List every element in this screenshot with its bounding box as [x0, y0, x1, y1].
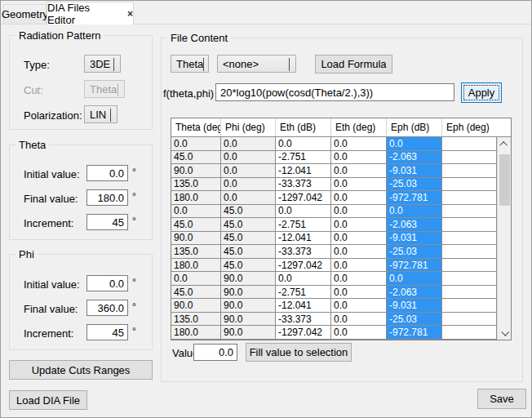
table-cell[interactable]: 0.0: [331, 232, 387, 246]
table-cell[interactable]: [442, 178, 497, 192]
table-cell[interactable]: 0.0: [331, 178, 387, 192]
table-cell[interactable]: 45.0: [171, 218, 221, 232]
table-cell[interactable]: [442, 205, 497, 219]
table-cell[interactable]: 45.0: [221, 218, 276, 232]
table-cell[interactable]: 0.0: [331, 259, 387, 273]
table-cell[interactable]: -972.781: [387, 259, 442, 273]
save-button[interactable]: Save: [477, 389, 526, 409]
table-cell[interactable]: 0.0: [331, 164, 387, 178]
table-cell[interactable]: 0.0: [331, 191, 387, 205]
type-combo[interactable]: 3DE: [84, 55, 121, 73]
table-cell[interactable]: -12.041: [276, 299, 331, 313]
table-cell[interactable]: 45.0: [221, 259, 276, 273]
table-cell[interactable]: 0.0: [171, 137, 221, 151]
table-cell[interactable]: 0.0: [331, 218, 387, 232]
table-cell[interactable]: 0.0: [331, 272, 387, 286]
table-cell[interactable]: -25.03: [387, 245, 442, 259]
table-cell[interactable]: 90.0: [221, 272, 276, 286]
table-cell[interactable]: 0.0: [331, 286, 387, 300]
formula-combo[interactable]: <none>: [217, 55, 296, 73]
theta-initial-input[interactable]: [86, 165, 128, 181]
table-cell[interactable]: 45.0: [221, 205, 276, 219]
table-cell[interactable]: 90.0: [221, 326, 276, 340]
phi-final-input[interactable]: [86, 300, 128, 316]
file-content-table[interactable]: Theta (deg)Phi (deg)Eth (dB)Eth (deg)Eph…: [171, 118, 512, 340]
table-cell[interactable]: [442, 272, 497, 286]
table-cell[interactable]: -1297.042: [276, 326, 331, 340]
table-cell[interactable]: 0.0: [331, 137, 387, 151]
theta-increment-input[interactable]: [86, 214, 128, 230]
vertical-scrollbar[interactable]: [497, 137, 511, 340]
table-cell[interactable]: -1297.042: [276, 191, 331, 205]
column-header[interactable]: Theta (deg): [171, 118, 221, 136]
tab-dia-files-editor[interactable]: DIA Files Editor ×: [47, 2, 134, 24]
table-cell[interactable]: 45.0: [171, 286, 221, 300]
formula-input[interactable]: [215, 83, 454, 101]
table-cell[interactable]: -972.781: [387, 326, 442, 340]
column-header[interactable]: Eph (dB): [387, 118, 442, 136]
scroll-up-arrow-icon[interactable]: [498, 137, 512, 151]
table-cell[interactable]: -9.031: [387, 164, 442, 178]
theta-final-input[interactable]: [86, 189, 128, 206]
table-cell[interactable]: 0.0: [221, 191, 276, 205]
polarization-combo[interactable]: LIN: [84, 105, 117, 123]
table-cell[interactable]: 0.0: [331, 313, 387, 327]
table-cell[interactable]: 90.0: [171, 232, 221, 246]
table-cell[interactable]: 0.0: [387, 272, 442, 286]
table-cell[interactable]: -2.751: [276, 218, 331, 232]
table-cell[interactable]: [442, 326, 497, 340]
table-cell[interactable]: 0.0: [387, 205, 442, 219]
table-cell[interactable]: -972.781: [387, 191, 442, 205]
close-icon[interactable]: ×: [127, 9, 133, 19]
table-cell[interactable]: -33.373: [276, 313, 331, 327]
tab-geometry[interactable]: Geometry: [3, 4, 47, 24]
table-cell[interactable]: 0.0: [221, 164, 276, 178]
column-header[interactable]: Eph (deg): [442, 118, 497, 136]
table-cell[interactable]: 0.0: [171, 205, 221, 219]
table-cell[interactable]: [442, 151, 497, 165]
table-cell[interactable]: 45.0: [221, 245, 276, 259]
table-cell[interactable]: 90.0: [171, 164, 221, 178]
table-cell[interactable]: -25.03: [387, 313, 442, 327]
table-cell[interactable]: [442, 232, 497, 246]
table-cell[interactable]: 135.0: [171, 178, 221, 192]
table-cell[interactable]: 180.0: [171, 326, 221, 340]
table-cell[interactable]: 0.0: [276, 137, 331, 151]
table-cell[interactable]: 0.0: [171, 272, 221, 286]
table-cell[interactable]: [442, 164, 497, 178]
table-cell[interactable]: [442, 137, 497, 151]
table-cell[interactable]: 90.0: [221, 286, 276, 300]
table-cell[interactable]: 90.0: [221, 313, 276, 327]
scrollbar-thumb[interactable]: [499, 154, 510, 206]
table-cell[interactable]: -25.03: [387, 178, 442, 192]
table-cell[interactable]: -2.751: [276, 286, 331, 300]
table-cell[interactable]: -2.751: [276, 151, 331, 165]
table-cell[interactable]: [442, 218, 497, 232]
table-cell[interactable]: 0.0: [276, 205, 331, 219]
table-cell[interactable]: 0.0: [331, 151, 387, 165]
table-cell[interactable]: 0.0: [276, 272, 331, 286]
load-dia-file-button[interactable]: Load DIA File: [9, 390, 87, 410]
scroll-down-arrow-icon[interactable]: [498, 326, 512, 340]
table-cell[interactable]: 180.0: [171, 259, 221, 273]
table-cell[interactable]: 0.0: [221, 151, 276, 165]
table-cell[interactable]: 180.0: [171, 191, 221, 205]
value-input[interactable]: [193, 344, 237, 361]
table-cell[interactable]: -2.063: [387, 151, 442, 165]
table-cell[interactable]: [442, 313, 497, 327]
table-cell[interactable]: 45.0: [171, 151, 221, 165]
table-cell[interactable]: -33.373: [276, 245, 331, 259]
table-cell[interactable]: -33.373: [276, 178, 331, 192]
phi-increment-input[interactable]: [86, 324, 128, 340]
table-body[interactable]: 0.00.00.00.00.045.00.0-2.7510.0-2.06390.…: [171, 137, 497, 340]
table-cell[interactable]: -9.031: [387, 299, 442, 313]
table-cell[interactable]: 0.0: [221, 137, 276, 151]
table-cell[interactable]: [442, 299, 497, 313]
table-cell[interactable]: 135.0: [171, 245, 221, 259]
update-cuts-ranges-button[interactable]: Update Cuts Ranges: [9, 360, 153, 380]
apply-button[interactable]: Apply: [461, 82, 502, 103]
table-cell[interactable]: 90.0: [221, 299, 276, 313]
table-cell[interactable]: [442, 191, 497, 205]
phi-initial-input[interactable]: [86, 275, 128, 291]
table-cell[interactable]: [442, 245, 497, 259]
